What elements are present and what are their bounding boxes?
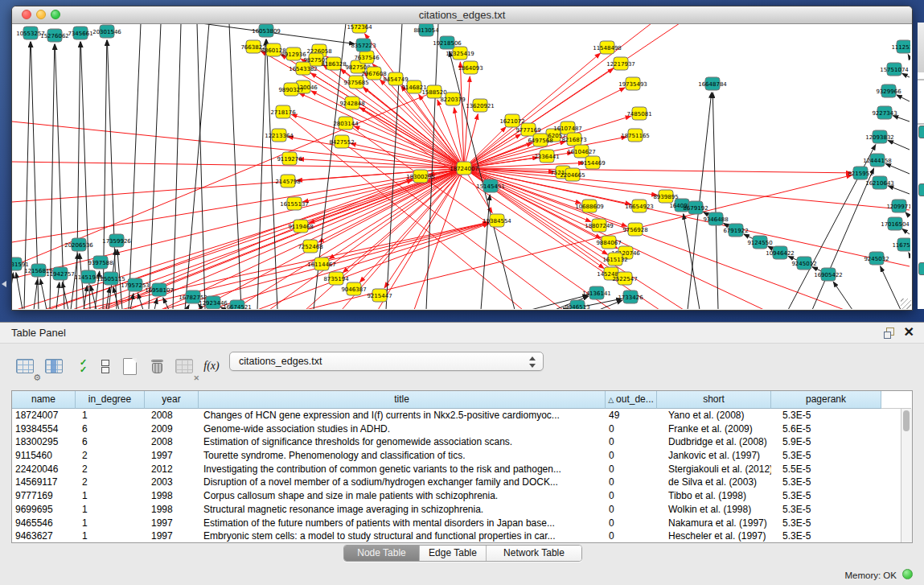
network-window-titlebar[interactable]: citations_edges.txt <box>12 6 912 24</box>
graph-node-label: 12093832 <box>865 134 894 141</box>
graph-node-label: 9375685 <box>343 80 368 86</box>
graph-node[interactable]: 8357223 <box>351 39 376 51</box>
graph-node[interactable]: 2718176 <box>270 105 296 118</box>
tab-network-table[interactable]: Network Table <box>486 546 581 561</box>
graph-node[interactable]: 9245032 <box>864 252 889 265</box>
table-cell: 5.3E-5 <box>771 489 881 503</box>
table-cell: Jankovic et al. (1997) <box>657 449 771 463</box>
graph-node[interactable]: 9046387 <box>341 282 366 295</box>
graph-node[interactable]: 9046513 <box>565 300 589 309</box>
function-builder-icon[interactable]: f(x) <box>199 354 224 378</box>
splitter-collapse-icon[interactable] <box>2 281 6 287</box>
table-row[interactable]: 2242004622012Investigating the contribut… <box>12 463 912 476</box>
graph-node[interactable]: 9397588 <box>88 256 113 269</box>
table-options-icon[interactable]: ⚙ <box>13 354 37 378</box>
select-all-icon[interactable]: ✓✓ <box>71 354 95 378</box>
table-row[interactable]: 911546021997Tourette syndrome. Phenomeno… <box>12 449 912 463</box>
graph-node-label: 1209971 <box>886 204 910 210</box>
graph-edge <box>684 214 700 309</box>
graph-node[interactable]: 20301546 <box>92 25 121 38</box>
graph-node[interactable]: 13620921 <box>466 99 495 112</box>
table-row[interactable]: 1830029562008Estimation of significance … <box>12 435 912 449</box>
node-attribute-table[interactable]: namein_degreeyeartitle△out_de...shortpag… <box>11 390 913 543</box>
table-cell: 1 <box>76 489 145 503</box>
graph-node[interactable]: 1209971 <box>886 200 910 212</box>
graph-node[interactable]: 2145798 <box>275 175 300 187</box>
graph-node[interactable]: 9215447 <box>367 289 392 302</box>
tab-edge-table[interactable]: Edge Table <box>419 546 486 561</box>
graph-node[interactable]: 17359926 <box>102 234 131 247</box>
graph-node-label: 18724007 <box>450 166 478 172</box>
table-cell: 2003 <box>145 476 199 489</box>
table-cell: Tourette syndrome. Phenomenology and cla… <box>199 449 606 463</box>
column-header-pagerank[interactable]: pagerank <box>771 391 881 409</box>
graph-node[interactable]: 1864093 <box>458 61 483 74</box>
graph-node[interactable]: 1733426 <box>618 290 643 303</box>
table-toolbar: ⚙ ✓✓ ✕ f(x) citation <box>0 343 924 390</box>
scrollbar-thumb[interactable] <box>903 410 910 431</box>
graph-node[interactable]: 9119276 <box>277 152 302 165</box>
graph-node[interactable]: 7345661 <box>68 27 92 39</box>
create-column-icon[interactable] <box>117 354 142 378</box>
graph-node-label: 9215447 <box>367 293 392 299</box>
citation-graph[interactable]: 1872400718300295193845541572364766382288… <box>12 24 910 309</box>
table-cell: 2008 <box>145 409 199 422</box>
row-selection-icon[interactable] <box>93 354 117 378</box>
graph-node[interactable]: 7485081 <box>626 107 651 120</box>
graph-node[interactable]: 16654923 <box>625 200 654 212</box>
table-row[interactable]: 946362711997Embryonic stem cells: a mode… <box>12 529 912 543</box>
graph-node[interactable]: 16155137 <box>280 197 309 210</box>
table-row[interactable]: 946554611997Estimation of the future num… <box>12 517 912 530</box>
column-header-year[interactable]: year <box>145 391 199 409</box>
graph-node[interactable]: 8215953 <box>848 167 873 179</box>
graph-node[interactable]: 9227343 <box>872 106 897 119</box>
window-resize-grip[interactable] <box>901 299 911 309</box>
graph-node[interactable]: 10688609 <box>575 200 604 212</box>
network-view-window[interactable]: citations_edges.txt 18724007183002951938… <box>11 6 913 311</box>
graph-node[interactable]: 1112536 <box>891 40 910 53</box>
table-cell: Dudbridge et al. (2008) <box>657 435 771 449</box>
table-row[interactable]: 1872400712008Changes of HCN gene express… <box>12 409 912 422</box>
graph-node[interactable]: 9756928 <box>622 223 647 236</box>
graph-node[interactable]: 19735493 <box>618 77 647 90</box>
column-header-title[interactable]: title <box>199 391 606 409</box>
graph-node[interactable]: 17016504 <box>881 217 910 230</box>
graph-node[interactable]: 16648784 <box>698 77 727 90</box>
table-cell: Wolkin et al. (1998) <box>657 503 771 517</box>
column-header-in_degree[interactable]: in_degree <box>76 391 145 409</box>
float-window-icon[interactable] <box>884 328 895 338</box>
close-panel-icon[interactable]: ✕ <box>904 324 914 340</box>
table-selector-dropdown[interactable]: citations_edges.txt <box>229 352 544 371</box>
show-columns-icon[interactable] <box>42 354 66 378</box>
table-cell: 0 <box>606 503 657 517</box>
table-cell: 6 <box>76 435 145 449</box>
graph-node-label: 8813054 <box>413 27 439 34</box>
table-row[interactable]: 1938455462009Genome-wide association stu… <box>12 422 912 436</box>
tab-node-table[interactable]: Node Table <box>344 546 419 561</box>
column-header-name[interactable]: name <box>12 391 76 409</box>
application-window: citations_edges.txt 18724007183002951938… <box>0 0 924 585</box>
graph-node[interactable]: 20206536 <box>64 238 93 251</box>
graph-node[interactable]: 12213364 <box>265 129 294 142</box>
column-header-out_de[interactable]: △out_de... <box>606 391 657 409</box>
graph-node[interactable]: 16053809 <box>252 24 281 37</box>
graph-node[interactable]: 12217937 <box>606 57 635 70</box>
graph-node[interactable]: 15751074 <box>880 63 909 76</box>
table-row[interactable]: 969969511998Structural magnetic resonanc… <box>12 503 912 517</box>
column-header-short[interactable]: short <box>657 391 771 409</box>
graph-node[interactable]: 19384554 <box>483 214 511 227</box>
delete-column-icon[interactable] <box>145 354 169 378</box>
table-scrollbar[interactable] <box>901 409 912 542</box>
graph-node[interactable]: 9375685 <box>343 76 368 89</box>
graph-node[interactable]: 14136141 <box>582 286 611 299</box>
graph-node[interactable]: 2336441 <box>534 150 559 163</box>
table-row[interactable]: 1456911722003Disruption of a novel membe… <box>12 476 912 489</box>
graph-node[interactable]: 1167533 <box>892 238 910 251</box>
graph-node[interactable]: 11548498 <box>593 41 622 54</box>
graph-node[interactable]: 8813054 <box>413 24 439 36</box>
network-canvas[interactable]: 1872400718300295193845541572364766382288… <box>12 24 910 309</box>
table-cell: 9777169 <box>12 489 76 503</box>
table-row[interactable]: 977716911998Corpus callosum shape and si… <box>12 489 912 503</box>
graph-node[interactable]: 1572364 <box>347 24 372 33</box>
graph-node[interactable]: 18751165 <box>621 129 650 142</box>
